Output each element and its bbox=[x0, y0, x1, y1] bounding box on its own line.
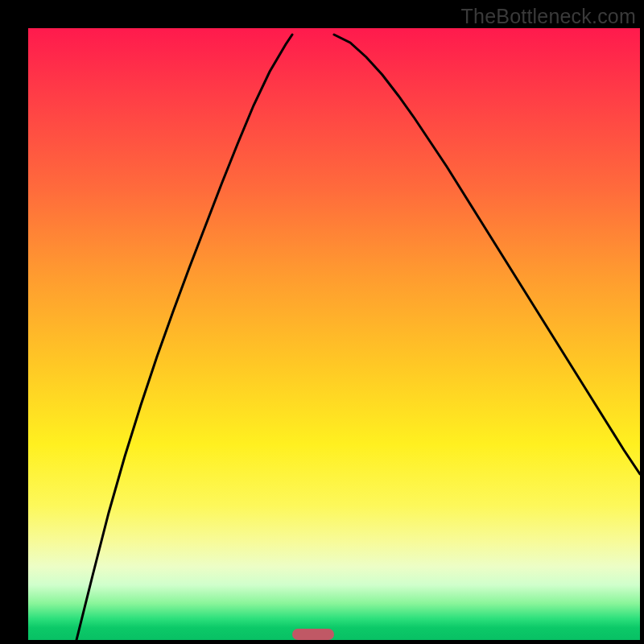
curve-layer bbox=[28, 28, 640, 640]
watermark-text: TheBottleneck.com bbox=[461, 5, 636, 28]
plot-area bbox=[28, 28, 640, 640]
right-curve bbox=[334, 35, 640, 474]
left-curve bbox=[76, 35, 292, 640]
minimum-marker bbox=[292, 629, 334, 640]
chart-frame: TheBottleneck.com bbox=[0, 0, 644, 644]
